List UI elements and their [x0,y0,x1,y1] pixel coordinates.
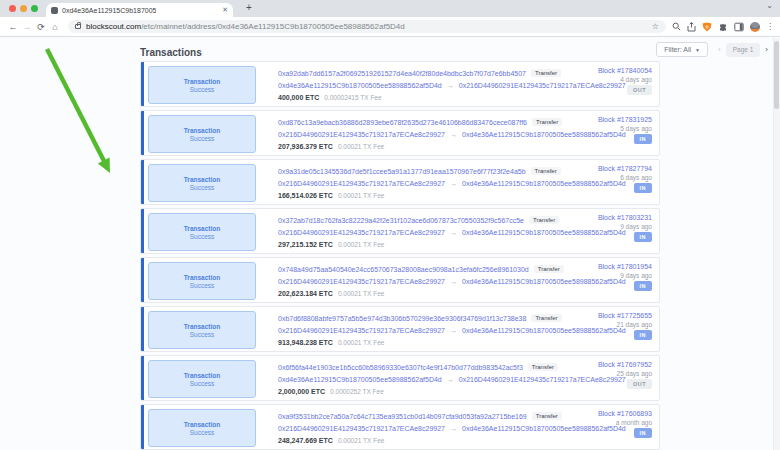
tx-hash-link[interactable]: 0x748a49d75aa540540e24cc6570673a28008aec… [278,266,529,273]
block-link[interactable]: Block #17725655 [598,312,652,319]
bookmark-star-icon[interactable]: ☆ [652,22,659,31]
tx-age: 21 days ago [617,321,652,328]
status-badge: Transaction Success [148,115,256,153]
tx-type-badge: Transfer [532,412,562,420]
status-accent-bar [141,258,144,302]
tx-type-badge: Transfer [531,314,561,322]
tx-age: 4 days ago [620,76,652,83]
new-tab-button[interactable]: + [243,2,255,13]
tx-value: 207,936.379 ETC [278,143,333,150]
lock-icon [75,24,81,29]
forward-icon[interactable]: → [20,22,34,32]
browser-menu-icon[interactable]: ⋮ [766,25,774,28]
scrollbar-thumb[interactable] [774,41,779,109]
blockscout-page: Transactions Filter: All ▼ ‹ Page 1 › Tr… [0,38,780,450]
url-path: /etc/mainnet/address/0xd4e36Ae112915C9b1… [141,22,405,31]
tx-hash-link[interactable]: 0xd876c13a9ebacb36886d2893ebe678f2635d27… [278,119,527,126]
direction-badge: IN [634,330,653,340]
home-icon[interactable]: ⌂ [48,22,62,32]
tab-title: 0xd4e36Ae112915C9b187005 [62,7,156,14]
back-icon[interactable]: ← [6,22,20,32]
profile-avatar[interactable] [750,22,760,32]
tx-hash-link[interactable]: 0xa9f3531bb2ce7a50a7c64c7135ea9351cb0d14… [278,413,527,420]
status-accent-bar [141,405,144,449]
tx-type-badge: Transfer [531,69,561,77]
status-badge: Transaction Success [148,262,256,300]
url-domain: blockscout.com [86,22,141,31]
tx-type-badge: Transfer [531,167,561,175]
tx-type-badge: Transfer [528,363,558,371]
status-accent-bar [141,307,144,351]
tx-hash-link[interactable]: 0x9a31de05c1345536d7de5f1ccee5a91a1377d9… [278,168,526,175]
from-address-link[interactable]: 0x216D44960291E4129435c719217a7ECAe8c299… [278,131,445,138]
block-link[interactable]: Block #17697952 [598,361,652,368]
arrow-right-icon: → [450,278,457,285]
tx-hash-link[interactable]: 0x6f56fa44e1903ce1b5cc60b58969330e6307fc… [278,364,523,371]
block-link[interactable]: Block #17831925 [598,116,652,123]
tx-value: 913,948.238 ETC [278,339,333,346]
tab-close-icon[interactable]: ✕ [222,6,228,14]
side-panel-icon[interactable] [734,22,744,32]
from-address-link[interactable]: 0x216D44960291E4129435c719217a7ECAe8c299… [278,180,445,187]
table-row[interactable]: Transaction Success 0x9a31de05c1345536d7… [140,159,660,205]
close-window-button[interactable] [9,5,16,12]
from-address-link[interactable]: 0x216D44960291E4129435c719217a7ECAe8c299… [278,278,445,285]
extensions-puzzle-icon[interactable] [718,22,728,32]
from-address-link[interactable]: 0xd4e36Ae112915C9b18700505ee58988562af5D… [278,82,442,89]
status-accent-bar [141,160,144,204]
status-badge: Transaction Success [148,66,256,104]
table-row[interactable]: Transaction Success 0xa92dab7dd6157a2f06… [140,61,660,107]
share-icon[interactable] [687,22,696,32]
from-address-link[interactable]: 0x216D44960291E4129435c719217a7ECAe8c299… [278,425,445,432]
block-link[interactable]: Block #17801954 [598,263,652,270]
tx-type-badge: Transfer [532,118,562,126]
tx-fee: 0.00021 TX Fee [338,290,385,297]
minimize-window-button[interactable] [20,5,27,12]
tx-age: a month ago [616,419,652,426]
status-badge: Transaction Success [148,213,256,251]
prev-page-button[interactable]: ‹ [718,45,721,54]
pagination: ‹ Page 1 › [718,43,768,57]
from-address-link[interactable]: 0xd4e36Ae112915C9b18700505ee58988562af5D… [278,376,442,383]
from-address-link[interactable]: 0x216D44960291E4129435c719217a7ECAe8c299… [278,327,445,334]
tx-fee: 0.00002415 TX Fee [324,94,381,101]
tx-age: 9 days ago [620,272,652,279]
tx-fee: 0.00021 TX Fee [338,241,385,248]
tx-value: 400,000 ETC [278,94,319,101]
browser-tab[interactable]: 0xd4e36Ae112915C9b187005 ✕ [46,3,233,17]
block-link[interactable]: Block #17840054 [598,67,652,74]
table-row[interactable]: Transaction Success 0xb7d6f8808abfe9757a… [140,306,660,352]
tx-hash-link[interactable]: 0xa92dab7dd6157a2f0692519261527d4ea40f2f… [278,70,526,77]
status-badge: Transaction Success [148,311,256,349]
table-row[interactable]: Transaction Success 0xa9f3531bb2ce7a50a7… [140,404,660,450]
tx-fee: 0.0000252 TX Fee [330,388,384,395]
metamask-extension-icon[interactable] [702,22,712,32]
table-row[interactable]: Transaction Success 0x6f56fa44e1903ce1b5… [140,355,660,401]
tx-hash-link[interactable]: 0x372ab7d18c762fa3c82229a42f2e31f102ace6… [278,217,524,224]
tx-fee: 0.00021 TX Fee [338,437,385,444]
status-badge: Transaction Success [148,164,256,202]
window-controls[interactable] [9,5,38,12]
block-link[interactable]: Block #17803231 [598,214,652,221]
status-accent-bar [141,356,144,400]
address-bar[interactable]: blockscout.com/etc/mainnet/address/0xd4e… [68,20,666,33]
chevron-down-icon: ▼ [695,47,700,53]
reload-icon[interactable]: ⟳ [34,22,48,32]
block-link[interactable]: Block #17827794 [598,165,652,172]
block-link[interactable]: Block #17606893 [598,410,652,417]
filter-button[interactable]: Filter: All ▼ [656,42,708,57]
table-row[interactable]: Transaction Success 0x748a49d75aa540540e… [140,257,660,303]
tab-search-chevron-icon[interactable]: ⌄ [766,1,773,10]
search-icon[interactable] [672,22,681,31]
from-address-link[interactable]: 0x216D44960291E4129435c719217a7ECAe8c299… [278,229,445,236]
tx-age: 6 days ago [620,174,652,181]
next-page-button[interactable]: › [765,45,768,54]
tx-hash-link[interactable]: 0xb7d6f8808abfe9757a5b5e974d3b306b570299… [278,315,526,322]
direction-badge: IN [634,281,653,291]
page-indicator: Page 1 [726,43,761,57]
tx-fee: 0.00021 TX Fee [338,143,385,150]
maximize-window-button[interactable] [31,5,38,12]
table-row[interactable]: Transaction Success 0xd876c13a9ebacb3688… [140,110,660,156]
scrollbar[interactable] [773,38,780,450]
table-row[interactable]: Transaction Success 0x372ab7d18c762fa3c8… [140,208,660,254]
